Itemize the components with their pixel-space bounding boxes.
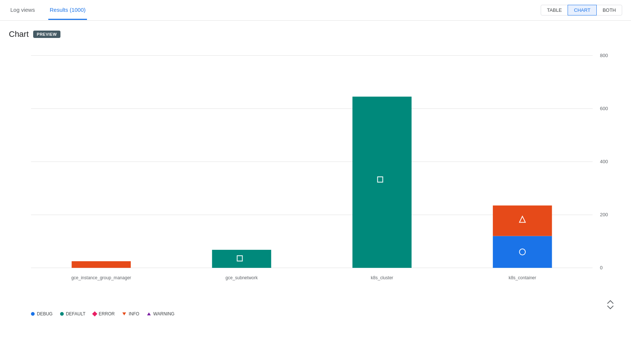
y-label-400: 400 — [600, 159, 608, 164]
x-label-1: gce_instance_group_manager — [71, 275, 131, 280]
y-label-800: 800 — [600, 53, 608, 58]
legend-default-label: DEFAULT — [66, 311, 86, 316]
svg-marker-5 — [122, 312, 126, 315]
bar-k8s_container-info[interactable] — [493, 206, 552, 236]
legend-info-label: INFO — [129, 311, 139, 316]
legend-warning-label: WARNING — [153, 311, 175, 316]
scroll-down-button[interactable] — [606, 305, 615, 309]
legend-error: ERROR — [93, 311, 115, 316]
y-label-0: 0 — [600, 265, 603, 270]
legend-warning: WARNING — [147, 311, 175, 316]
bar-gce_instance_group_manager-info[interactable] — [72, 261, 130, 268]
x-label-4: k8s_container — [509, 275, 536, 280]
legend-debug-icon — [31, 312, 35, 316]
legend-warning-icon — [147, 312, 151, 316]
header: Log views Results (1000) TABLE CHART BOT… — [0, 0, 631, 21]
tab-log-views[interactable]: Log views — [9, 1, 36, 20]
chart-title-row: Chart PREVIEW — [9, 29, 622, 39]
y-label-200: 200 — [600, 212, 608, 217]
chart-area: 0 200 400 600 800 gce_instance_group_man… — [9, 48, 622, 313]
chart-title: Chart — [9, 29, 29, 39]
legend-error-icon — [92, 311, 97, 316]
legend-default: DEFAULT — [60, 311, 86, 316]
legend-default-icon — [60, 312, 64, 316]
legend-debug: DEBUG — [31, 311, 53, 316]
x-label-3: k8s_cluster — [371, 275, 393, 280]
chart-view-button[interactable]: CHART — [568, 5, 597, 15]
legend-info: INFO — [122, 311, 139, 316]
both-view-button[interactable]: BOTH — [596, 5, 622, 15]
legend-error-label: ERROR — [99, 311, 115, 316]
chart-section: Chart PREVIEW 0 200 400 600 800 — [0, 21, 631, 313]
bar-k8s_container-debug[interactable] — [493, 236, 552, 268]
chart-legend: DEBUG DEFAULT ERROR INFO — [9, 307, 622, 321]
x-label-2: gce_subnetwork — [226, 275, 258, 280]
svg-marker-6 — [147, 312, 151, 315]
scroll-up-button[interactable] — [606, 300, 615, 304]
bar-chart: 0 200 400 600 800 gce_instance_group_man… — [9, 48, 622, 306]
y-label-600: 600 — [600, 106, 608, 111]
preview-badge: PREVIEW — [33, 31, 60, 38]
tab-results[interactable]: Results (1000) — [48, 1, 87, 20]
table-view-button[interactable]: TABLE — [541, 5, 568, 15]
legend-info-icon — [122, 312, 126, 316]
scroll-indicator — [606, 300, 615, 309]
bar-gce_subnetwork-default[interactable] — [212, 250, 271, 268]
legend-debug-label: DEBUG — [37, 311, 53, 316]
view-buttons: TABLE CHART BOTH — [541, 5, 622, 15]
